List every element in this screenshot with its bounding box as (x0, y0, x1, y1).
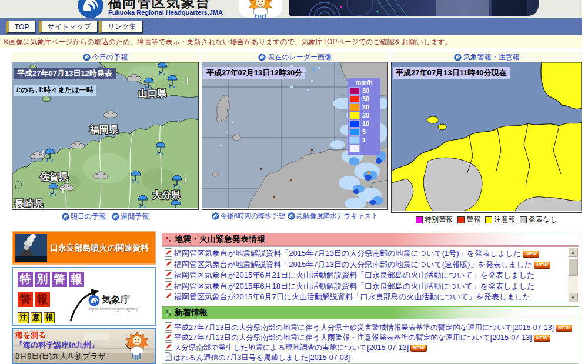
weekly-forecast-link[interactable]: 週間予報 (112, 212, 149, 222)
legend-swatch (349, 103, 360, 111)
pref-label-oita: 大分県 (152, 190, 181, 200)
forecast-mark: I (62, 186, 64, 195)
radar-title-link[interactable]: 現在のレーダー画像 (202, 52, 388, 62)
warnings-title-link[interactable]: 気象警報・注意報 (391, 52, 582, 62)
precip-forecast-link[interactable]: 今後6時間の降水予想 (212, 212, 285, 221)
section-quake-volcano-list: 福岡管区気象台が地震解説資料「2015年7月13日の大分県南部の地震について(1… (162, 246, 579, 303)
section-quake-volcano-header: 地震・火山緊急発表情報 (162, 233, 579, 246)
warnings-title: 気象警報・注意報 (463, 52, 520, 62)
list-item[interactable]: 福岡管区気象台が2015年6月7日に火山活動解説資料「口永良部島の火山活動につい… (165, 292, 566, 303)
section-bullet-icon (166, 310, 171, 316)
radar-map[interactable]: 平成27年07月13日12時30分 mm/h 80 50 30 20 10 5 … (202, 62, 388, 210)
panel-today-forecast: 今日の予報 (12, 52, 199, 222)
pref-label-yamaguchi: 山口県 (138, 88, 167, 98)
legend-swatch (349, 136, 360, 144)
pref-label-fukuoka: 福岡県 (89, 125, 119, 135)
jma-swirl-icon (112, 213, 119, 221)
panel-warnings: 気象警報・注意報 平成27年07月13日11時40分現在 (391, 52, 582, 225)
legend-swatch (349, 95, 360, 103)
radar-legend-unit: mm/h (349, 79, 379, 86)
legend-swatch (349, 87, 360, 95)
jma-swirl-icon (62, 213, 69, 221)
scroll-up-button[interactable] (568, 248, 578, 257)
forecast-title: 今日の予報 (92, 52, 128, 62)
legend-swatch (349, 145, 360, 152)
warnings-map[interactable]: 平成27年07月13日11時40分現在 (391, 62, 582, 213)
site-notice: ※画像は気象庁ページからの取込のため、障害等で表示・更新されない場合がありますの… (0, 36, 582, 48)
list-item[interactable]: 大分県南部で発生した地震による現地調査の実施について[2015-07-13]NE… (165, 342, 574, 352)
ocean-banner-line2: 『海の科学講座in九州』 (15, 340, 99, 350)
volcano-banner-label: 口永良部島噴火の関連資料 (50, 243, 149, 252)
new-badge: NEW (534, 335, 550, 342)
jma-swirl-icon (258, 54, 266, 61)
legend-swatch (349, 120, 360, 128)
radar-timestamp: 平成27年07月13日12時30分 (203, 67, 305, 79)
legend-swatch (349, 112, 360, 119)
list-item[interactable]: 福岡管区気象台が地震解説資料「2015年7月13日の大分県南部の地震について(速… (165, 259, 566, 271)
nowcast-link[interactable]: 高解像度降水ナウキャスト (288, 212, 379, 221)
legend-none: 発表なし (520, 215, 557, 225)
jma-swirl-icon (454, 54, 462, 61)
pdf-icon (165, 292, 172, 300)
jma-fukuoka-homepage: 福岡管区気象台 Fukuoka Regional Headquarters,JM… (0, 0, 588, 364)
banner-kuchinoerabu-volcano[interactable]: 口永良部島噴火の関連資料 (12, 231, 156, 265)
forecast-timestamp: 平成27年07月13日12時発表 (14, 68, 116, 79)
scrollbar[interactable] (568, 248, 578, 302)
legend-advisory: 注意報 (485, 215, 515, 225)
list-item[interactable]: 福岡管区気象台が地震解説資料「2015年7月13日の大分県南部の地震について(1… (165, 248, 566, 259)
forecast-mark: / (184, 176, 186, 185)
pref-label-nagasaki: 長崎県 (14, 199, 44, 208)
nav-sitemap-button[interactable]: サイトマップ (39, 21, 98, 33)
forecast-mark: I (186, 76, 189, 85)
radar-legend: mm/h 80 50 30 20 10 5 1 (348, 78, 380, 155)
main-nav: TOP サイトマップ リンク集 (0, 18, 582, 35)
ocean-banner-line3: 8月9日(日)九大西新プラザ (15, 351, 106, 362)
section-bullet-icon (166, 237, 171, 242)
header-photo-banner (289, 0, 539, 16)
jma-swirl-icon (212, 212, 219, 220)
list-item[interactable]: 平成27年7月13日の大分県南部の地震に伴う大雨警報・注意報発表基準の暫定的な運… (165, 332, 574, 342)
scroll-down-button[interactable] (568, 293, 578, 302)
agency-name-en: Japan Meteorological Agency (88, 307, 138, 311)
nav-top-button[interactable]: TOP (6, 21, 35, 33)
jma-swirl-icon (288, 212, 295, 220)
forecast-title-link[interactable]: 今日の予報 (12, 52, 199, 62)
section-news-title: 新着情報 (175, 308, 208, 318)
new-badge: NEW (534, 262, 550, 269)
scroll-thumb[interactable] (568, 258, 578, 276)
forecast-mark: / (42, 148, 44, 157)
new-badge: NEW (556, 325, 572, 332)
list-item[interactable]: 平成27年7月13日の大分県南部の地震に伴う大分県土砂災害警戒情報発表基準の暫定… (165, 322, 574, 332)
pref-label-saga: 佐賀県 (39, 172, 69, 182)
forecast-map[interactable]: / / I I 山口県 福岡県 佐賀県 長崎県 大分県 平成27年07月13日1… (12, 62, 199, 210)
legend-emergency-warning: 特別警報 (416, 215, 453, 225)
list-item[interactable]: はれるん通信の7月3日号を掲載しました[2015-07-03] (165, 352, 574, 362)
tomorrow-forecast-link[interactable]: 明日の予報 (62, 212, 106, 222)
advisory-blocks: 注意報 (18, 312, 56, 323)
list-item[interactable]: 福岡管区気象台が2015年6月21日に火山活動解説資料「口永良部島の火山活動につ… (165, 270, 566, 281)
harerun-mascot-icon (239, 0, 282, 18)
pdf-icon (165, 248, 172, 257)
warning-blocks: 警報 (18, 292, 52, 307)
pdf-icon (165, 332, 172, 341)
new-badge: NEW (410, 345, 427, 352)
radar-title: 現在のレーダー画像 (268, 52, 332, 62)
new-badge: NEW (523, 251, 539, 258)
banner-warning-levels[interactable]: 特別警報 警報 注意報 気象庁 Japan Meteorological Age… (12, 267, 156, 326)
harerun-mascot-icon (120, 331, 154, 363)
pdf-icon (165, 322, 172, 331)
nav-links-button[interactable]: リンク集 (99, 21, 143, 33)
pdf-icon (165, 342, 172, 351)
warnings-timestamp: 平成27年07月13日11時40分現在 (393, 67, 510, 79)
special-warning-blocks: 特別警報 (18, 272, 86, 287)
legend-warning: 警報 (457, 215, 480, 225)
pdf-icon (165, 281, 172, 290)
jma-agency-block: 気象庁 Japan Meteorological Agency (88, 294, 138, 311)
banner-ocean-science[interactable]: 海を測る 『海の科学講座in九州』 8月9日(日)九大西新プラザ (12, 328, 156, 364)
pdf-icon (165, 259, 172, 268)
section-news-list: 平成27年7月13日の大分県南部の地震に伴う大分県土砂災害警戒情報発表基準の暫定… (162, 320, 579, 364)
legend-swatch (349, 128, 360, 136)
document-icon (165, 352, 172, 361)
ocean-banner-line1: 海を測る (15, 330, 46, 340)
list-item[interactable]: 福岡管区気象台が2015年6月18日に火山活動解説資料「口永良部島の火山活動につ… (165, 281, 566, 292)
